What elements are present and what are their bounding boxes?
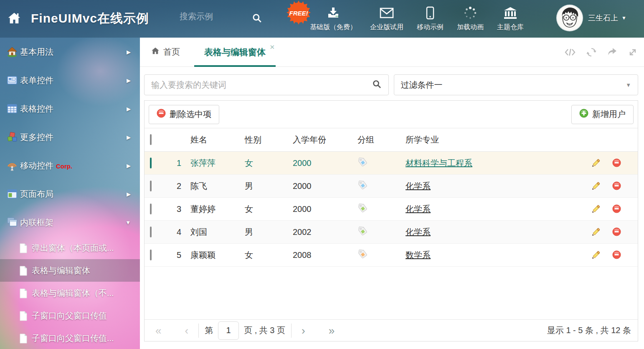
sidebar-subitem[interactable]: 子窗口向父窗口传值 [0,304,140,327]
avatar[interactable] [557,5,582,31]
edit-pencil-icon[interactable] [591,181,601,191]
column-header-major[interactable]: 所学专业 [401,134,575,145]
add-user-label: 新增用户 [592,109,626,120]
column-header-year[interactable]: 入学年份 [289,134,353,145]
file-icon [19,288,28,298]
keyword-search-icon[interactable] [372,79,382,91]
header-menu-item[interactable]: 主题仓库 [497,5,524,32]
user-menu[interactable]: 三生石上 ▼ [557,5,626,31]
page-next-button[interactable]: › [297,325,309,336]
delete-row-icon[interactable] [612,250,621,260]
filter-select[interactable]: 过滤条件一 ▼ [394,74,639,95]
table-header: 姓名 性别 入学年份 分组 所学专业 [145,128,638,152]
add-user-button[interactable]: 新增用户 [571,105,634,124]
table-row[interactable]: 2陈飞男2000化学系 [145,175,638,198]
header-menu-label: 基础版（免费） [310,23,357,32]
edit-pencil-icon[interactable] [591,250,601,260]
delete-selected-button[interactable]: 删除选中项 [149,105,219,124]
row-checkbox[interactable] [150,181,152,191]
tab-home-label: 首页 [163,46,180,58]
major-link[interactable]: 材料科学与工程系 [406,158,472,168]
download-icon [327,5,340,20]
user-name[interactable]: 三生石上 [588,13,618,23]
edit-pencil-icon[interactable] [591,158,601,168]
file-icon [19,334,28,343]
row-checkbox[interactable] [150,204,152,214]
source-code-icon[interactable] [565,48,576,57]
header-search-icon[interactable] [251,13,262,25]
refresh-icon[interactable] [586,47,596,57]
sidebar-subitem[interactable]: 弹出窗体（本页面或... [0,237,140,259]
sidebar-item[interactable]: 内联框架▼ [0,208,140,237]
delete-row-icon[interactable] [612,158,621,168]
header-menu-label: 加载动画 [457,23,484,32]
header-menu-item[interactable]: 加载动画 [457,5,484,32]
corp-badge: Corp. [56,163,72,170]
delete-row-icon[interactable] [612,227,621,237]
header-menu-item[interactable]: 企业版试用 [370,5,403,32]
main-content: 首页 表格与编辑窗体 ✕ [140,38,644,349]
app-title: FineUIMvc在线示例 [31,10,149,27]
major-link[interactable]: 化学系 [406,181,431,191]
page-last-button[interactable]: » [325,325,339,336]
chevron-right-icon: ▶ [127,77,131,84]
tab-active[interactable]: 表格与编辑窗体 ✕ [194,38,276,66]
row-number: 2 [167,181,186,191]
sidebar-item-label: 基本用法 [20,47,53,56]
filter-caret-down-icon: ▼ [626,82,631,88]
delete-row-icon[interactable] [612,204,621,214]
sidebar-item[interactable]: 更多控件▶ [0,123,140,151]
table-row[interactable]: 4刘国男2002化学系 [145,221,638,244]
header-menu-item[interactable]: 基础版（免费） [310,5,357,32]
column-header-group[interactable]: 分组 [353,134,401,145]
sidebar-item-label: 页面布局 [20,189,53,199]
tag-icon [357,226,368,236]
column-header-name[interactable]: 姓名 [186,134,241,145]
page-first-button[interactable]: « [151,325,165,336]
tab-home[interactable]: 首页 [151,46,180,58]
major-link[interactable]: 化学系 [406,204,431,214]
row-number: 1 [167,158,186,168]
major-link[interactable]: 化学系 [406,227,431,237]
share-icon[interactable] [607,48,617,57]
chevron-right-icon: ▶ [127,49,131,55]
sidebar-subitem[interactable]: 表格与编辑窗体（不... [0,282,140,304]
table-row[interactable]: 3董婷婷女2000化学系 [145,198,638,221]
keyword-search-input[interactable] [151,80,372,90]
major-link[interactable]: 数学系 [406,250,431,260]
sidebar-item[interactable]: 表格控件▶ [0,94,140,123]
sidebar-item[interactable]: 页面布局▶ [0,180,140,208]
tab-close-icon[interactable]: ✕ [269,43,275,51]
tag-icon [357,203,368,213]
header-menu-item[interactable]: 移动示例 [417,5,444,32]
sidebar-subitem[interactable]: 表格与编辑窗体 [0,259,140,282]
page-number-input[interactable] [218,321,239,340]
row-checkbox[interactable] [150,250,152,260]
expand-icon[interactable] [628,48,637,57]
select-all-checkbox[interactable] [150,134,152,145]
header-menu-label: 企业版试用 [370,23,403,32]
sidebar-item[interactable]: 移动控件Corp.▶ [0,151,140,180]
tag-icon [357,249,368,259]
page-prev-button[interactable]: ‹ [180,325,193,336]
row-checkbox[interactable] [150,227,152,237]
sidebar-subitem-label: 表格与编辑窗体 [32,265,90,276]
cubes-icon [7,132,18,143]
delete-row-icon[interactable] [612,181,621,191]
home-icon [7,46,18,57]
table-row[interactable]: 1张萍萍女2000材料科学与工程系 [145,152,638,175]
sidebar-item[interactable]: 基本用法▶ [0,38,140,66]
edit-pencil-icon[interactable] [591,204,601,214]
sidebar-subitem-label: 表格与编辑窗体（不... [32,288,114,299]
table-row[interactable]: 5康颖颖女2008数学系 [145,244,638,267]
home-logo-icon[interactable] [7,11,22,28]
sidebar-subitem[interactable]: 子窗口向父窗口传值... [0,327,140,349]
edit-pencil-icon[interactable] [591,227,601,237]
sidebar-item[interactable]: 表单控件▶ [0,66,140,94]
header-menu: 基础版（免费）企业版试用移动示例加载动画主题仓库 [303,5,530,32]
header-search-input[interactable] [180,12,246,21]
mobile-icon [426,5,434,20]
column-header-gender[interactable]: 性别 [241,134,289,145]
user-caret-down-icon: ▼ [621,15,626,21]
row-checkbox[interactable] [150,158,152,168]
